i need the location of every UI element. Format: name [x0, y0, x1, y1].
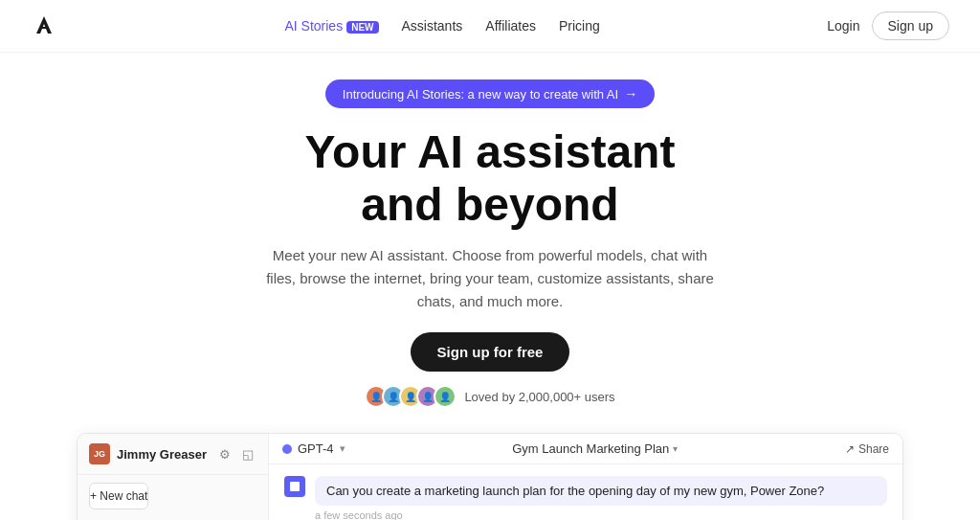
avatar: 👤: [434, 385, 457, 408]
hero-banner[interactable]: Introducing AI Stories: a new way to cre…: [325, 79, 655, 108]
hero-banner-arrow: →: [624, 86, 637, 102]
message-timestamp: a few seconds ago: [315, 509, 887, 520]
model-dot-icon: [282, 444, 292, 454]
new-chat-button[interactable]: + New chat: [89, 483, 148, 509]
cta-button[interactable]: Sign up for free: [411, 332, 570, 372]
signup-button[interactable]: Sign up: [872, 11, 949, 40]
settings-icon[interactable]: ⚙: [216, 445, 234, 463]
hero-banner-text: Introducing AI Stories: a new way to cre…: [343, 87, 618, 102]
sidebar: JG Jimmy Greaser ⚙ ◱ + New chat 📁 Files …: [78, 434, 269, 520]
nav-link-affiliates[interactable]: Affiliates: [485, 18, 536, 34]
nav-links: AI StoriesNEW Assistants Affiliates Pric…: [284, 18, 599, 34]
chat-messages: Can you create a marketing launch plan f…: [269, 464, 902, 520]
chat-main: GPT-4 ▾ Gym Launch Marketing Plan ▾ ↗ Sh…: [269, 434, 902, 520]
share-icon: ↗: [845, 442, 855, 456]
hero-subtitle: Meet your new AI assistant. Choose from …: [260, 244, 720, 313]
nav-link-assistants[interactable]: Assistants: [402, 18, 463, 34]
avatar-group: 👤 👤 👤 👤 👤: [365, 385, 457, 408]
sidebar-header: JG Jimmy Greaser ⚙ ◱: [78, 434, 268, 475]
logo: [31, 12, 57, 39]
sidebar-header-icons: ⚙ ◱: [216, 445, 256, 463]
model-label: GPT-4: [298, 441, 334, 456]
sidebar-user: JG Jimmy Greaser: [89, 443, 207, 464]
user-message-bubble: Can you create a marketing launch plan f…: [315, 476, 887, 506]
hero-section: Introducing AI Stories: a new way to cre…: [0, 53, 980, 423]
login-button[interactable]: Login: [827, 18, 859, 34]
navbar: AI StoriesNEW Assistants Affiliates Pric…: [0, 0, 980, 53]
hero-title: Your AI assistant and beyond: [31, 125, 949, 231]
social-proof: 👤 👤 👤 👤 👤 Loved by 2,000,000+ users: [31, 385, 949, 408]
nav-actions: Login Sign up: [827, 11, 949, 40]
social-proof-text: Loved by 2,000,000+ users: [464, 390, 614, 404]
user-message: Can you create a marketing launch plan f…: [284, 476, 887, 520]
expand-icon[interactable]: ◱: [239, 445, 256, 463]
model-dropdown-icon: ▾: [340, 442, 345, 455]
user-message-text: Can you create a marketing launch plan f…: [326, 484, 824, 498]
chat-title-chevron: ▾: [673, 443, 678, 454]
chat-topbar: GPT-4 ▾ Gym Launch Marketing Plan ▾ ↗ Sh…: [269, 434, 902, 464]
model-selector[interactable]: GPT-4 ▾: [282, 441, 345, 456]
sidebar-username: Jimmy Greaser: [117, 447, 207, 462]
share-button[interactable]: ↗ Share: [845, 442, 889, 456]
nav-link-pricing[interactable]: Pricing: [559, 18, 600, 34]
app-preview: JG Jimmy Greaser ⚙ ◱ + New chat 📁 Files …: [77, 433, 903, 520]
new-badge: NEW: [346, 21, 378, 34]
chat-title[interactable]: Gym Launch Marketing Plan ▾: [512, 441, 678, 456]
user-avatar: JG: [89, 443, 110, 464]
user-message-icon: [284, 476, 305, 497]
nav-link-ai-stories[interactable]: AI StoriesNEW: [284, 18, 378, 34]
